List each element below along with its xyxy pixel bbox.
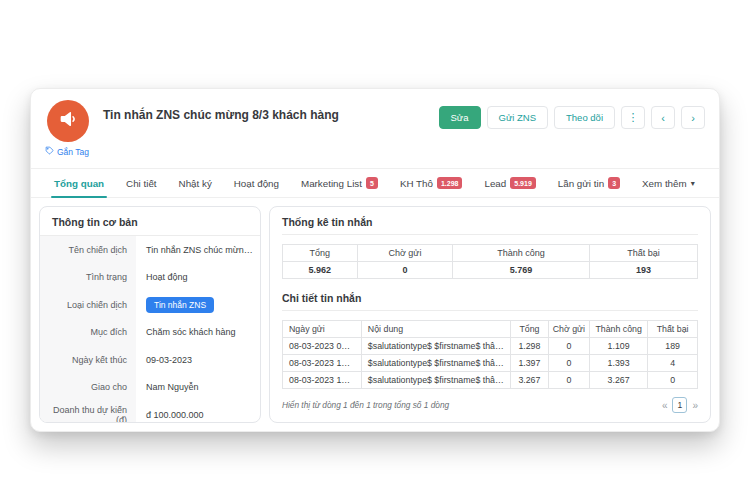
- gan-tag-link[interactable]: Gắn Tag: [45, 146, 89, 157]
- message-stats-panel: Thống kê tin nhắn Tổng Chờ gửi Thành côn…: [269, 206, 711, 423]
- page-prev-icon[interactable]: «: [662, 400, 668, 411]
- count-badge: 5: [366, 177, 378, 189]
- field-assigned-to: Giao cho Nam Nguyễn: [40, 374, 260, 402]
- count-badge: 5.919: [510, 177, 536, 189]
- field-campaign-type: Loại chiến dịch Tin nhắn ZNS: [40, 291, 260, 319]
- table-footer: Hiển thị từ dòng 1 đến 1 trong tổng số 1…: [282, 397, 698, 413]
- tab-tong-quan[interactable]: Tổng quan: [43, 169, 115, 197]
- stats-title: Thống kê tin nhắn: [282, 216, 698, 235]
- tab-chi-tiet[interactable]: Chi tiết: [115, 169, 168, 197]
- gan-tag-label: Gắn Tag: [57, 147, 89, 157]
- campaign-type-badge: Tin nhắn ZNS: [146, 297, 214, 313]
- send-zns-button[interactable]: Gửi ZNS: [487, 106, 549, 129]
- vertical-dots-icon: ⋮: [628, 111, 639, 124]
- tab-xem-them[interactable]: Xem thêm▾: [631, 169, 706, 197]
- stats-value-row: 5.962 0 5.769 193: [283, 262, 698, 279]
- campaign-avatar: [47, 100, 89, 142]
- field-campaign-name: Tên chiến dịch Tin nhắn ZNS chúc mừng 8.…: [40, 236, 260, 264]
- content-area: Thông tin cơ bản Tên chiến dịch Tin nhắn…: [31, 198, 719, 431]
- tab-bar: Tổng quan Chi tiết Nhật ký Hoạt động Mar…: [31, 168, 719, 198]
- tab-marketing-list[interactable]: Marketing List5: [290, 169, 389, 197]
- tab-hoat-dong[interactable]: Hoạt động: [223, 169, 290, 197]
- prev-record-button[interactable]: ‹: [651, 106, 675, 129]
- stats-table: Tổng Chờ gửi Thành công Thất bại 5.962 0…: [282, 244, 698, 279]
- edit-button[interactable]: Sửa: [439, 106, 481, 129]
- pagination-summary: Hiển thị từ dòng 1 đến 1 trong tổng số 1…: [282, 400, 449, 410]
- campaign-detail-card: Tin nhắn ZNS chúc mừng 8/3 khách hàng Gắ…: [30, 88, 720, 432]
- count-badge: 1.298: [437, 177, 463, 189]
- field-purpose: Mục đích Chăm sóc khách hàng: [40, 319, 260, 347]
- follow-button[interactable]: Theo dõi: [554, 106, 615, 129]
- basic-info-panel: Thông tin cơ bản Tên chiến dịch Tin nhắn…: [39, 206, 261, 423]
- tag-icon: [45, 146, 54, 157]
- more-options-button[interactable]: ⋮: [621, 106, 645, 129]
- header-actions: Sửa Gửi ZNS Theo dõi ⋮ ‹ ›: [439, 106, 705, 129]
- table-row[interactable]: 08-03-2023 12:00 AM $salutationtype$ $fi…: [283, 372, 698, 389]
- count-badge: 3: [608, 177, 620, 189]
- field-end-date: Ngày kết thúc 09-03-2023: [40, 346, 260, 374]
- table-row[interactable]: 08-03-2023 10:00 AM $salutationtype$ $fi…: [283, 355, 698, 372]
- table-row[interactable]: 08-03-2023 08:03 AM $salutationtype$ $fi…: [283, 338, 698, 355]
- page-title: Tin nhắn ZNS chúc mừng 8/3 khách hàng: [103, 108, 339, 122]
- tab-lead[interactable]: Lead5.919: [473, 169, 546, 197]
- stats-header-row: Tổng Chờ gửi Thành công Thất bại: [283, 245, 698, 262]
- chevron-right-icon: ›: [691, 112, 695, 124]
- chevron-down-icon: ▾: [691, 179, 695, 188]
- tab-kh-tho[interactable]: KH Thô1.298: [389, 169, 474, 197]
- campaign-header: Tin nhắn ZNS chúc mừng 8/3 khách hàng Gắ…: [31, 89, 719, 168]
- page-next-icon[interactable]: »: [692, 400, 698, 411]
- field-expected-revenue: Doanh thu dự kiến (đ) đ 100.000.000: [40, 401, 260, 423]
- details-table: Ngày gửi Nội dung Tổng Chờ gửi Thành côn…: [282, 320, 698, 389]
- tab-lan-gui-tin[interactable]: Lần gửi tin3: [547, 169, 631, 197]
- next-record-button[interactable]: ›: [681, 106, 705, 129]
- tab-nhat-ky[interactable]: Nhật ký: [168, 169, 223, 197]
- basic-info-title: Thông tin cơ bản: [40, 207, 260, 236]
- megaphone-icon: [57, 108, 79, 134]
- chevron-left-icon: ‹: [661, 112, 665, 124]
- details-header-row: Ngày gửi Nội dung Tổng Chờ gửi Thành côn…: [283, 321, 698, 338]
- page-number-input[interactable]: [672, 397, 687, 413]
- field-status: Tình trạng Hoạt động: [40, 264, 260, 292]
- pagination: « »: [662, 397, 698, 413]
- details-title: Chi tiết tin nhắn: [282, 292, 698, 311]
